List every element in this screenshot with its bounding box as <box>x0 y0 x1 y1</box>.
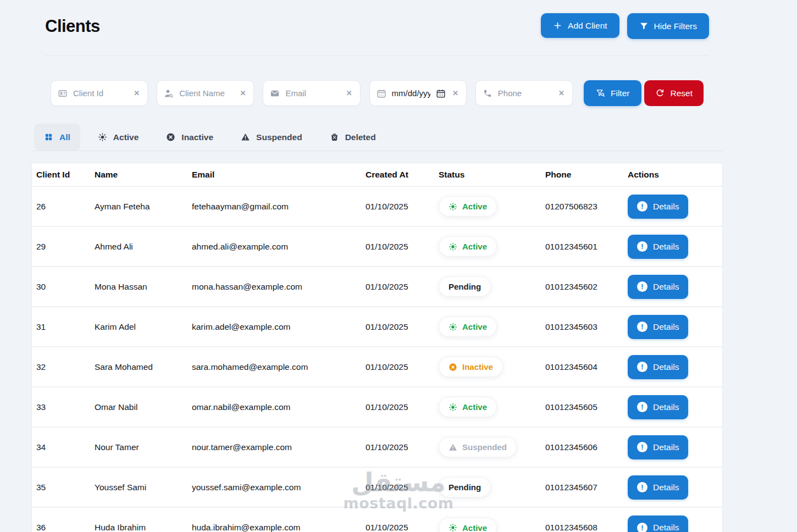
page-header: Clients Add Client Hide Filters <box>31 0 723 39</box>
details-button[interactable]: Details <box>628 395 688 419</box>
client-name-filter: ✕ <box>157 80 254 106</box>
details-button[interactable]: Details <box>628 355 688 379</box>
funnel-search-icon <box>596 88 605 98</box>
details-button[interactable]: Details <box>628 516 688 532</box>
details-button[interactable]: Details <box>628 275 688 299</box>
cell-phone: 01012345601 <box>541 226 623 267</box>
clear-email-button[interactable]: ✕ <box>345 88 353 98</box>
info-icon <box>637 241 647 252</box>
details-button[interactable]: Details <box>628 195 688 219</box>
tab-suspended[interactable]: Suspended <box>231 124 312 151</box>
info-icon <box>637 201 647 212</box>
col-name: Name <box>90 163 187 186</box>
status-badge: Active <box>439 317 497 337</box>
clients-page: Clients Add Client Hide Filters ✕ <box>31 0 723 532</box>
cell-actions: Details <box>623 267 722 307</box>
phone-input[interactable] <box>498 88 552 98</box>
cell-client-id: 35 <box>32 467 90 507</box>
clear-date-button[interactable]: ✕ <box>451 88 460 98</box>
status-tabs: All Active Inactive Suspended Deleted <box>31 124 723 151</box>
status-badge: Pending <box>439 477 491 497</box>
filters-bar: ✕ ✕ ✕ ✕ <box>31 56 723 106</box>
details-button[interactable]: Details <box>628 435 688 459</box>
details-button[interactable]: Details <box>628 475 688 500</box>
date-input[interactable] <box>392 88 430 98</box>
details-label: Details <box>653 282 679 292</box>
table-row: 35 Youssef Sami youssef.sami@example.com… <box>32 467 722 507</box>
cell-status: Active <box>434 307 541 347</box>
status-label: Active <box>462 523 487 532</box>
tab-all[interactable]: All <box>34 124 80 151</box>
sun-icon <box>449 403 457 412</box>
email-input[interactable] <box>285 88 339 98</box>
cell-phone: 01012345606 <box>541 427 623 467</box>
warning-icon <box>449 443 457 452</box>
status-label: Pending <box>449 282 481 291</box>
sun-icon <box>449 523 457 532</box>
cell-email: fetehaayman@gmail.com <box>187 186 361 226</box>
sun-icon <box>449 242 457 251</box>
cell-email: youssef.sami@example.com <box>187 467 361 507</box>
col-actions: Actions <box>623 163 722 186</box>
table-row: 33 Omar Nabil omar.nabil@example.com 01/… <box>32 387 722 427</box>
col-email: Email <box>187 163 361 186</box>
details-button[interactable]: Details <box>628 235 688 259</box>
cell-phone: 01207506823 <box>541 186 623 226</box>
status-badge: Active <box>439 196 497 217</box>
page-title: Clients <box>45 16 100 36</box>
cell-phone: 01012345605 <box>541 387 623 427</box>
reset-button[interactable]: Reset <box>644 80 704 106</box>
tab-active[interactable]: Active <box>88 124 149 151</box>
warning-icon <box>241 132 250 142</box>
info-icon <box>637 281 647 292</box>
tab-label: Deleted <box>345 132 376 142</box>
client-id-input[interactable] <box>73 88 127 98</box>
clear-phone-button[interactable]: ✕ <box>557 88 566 98</box>
status-label: Suspended <box>462 442 507 452</box>
cell-actions: Details <box>623 507 722 532</box>
phone-icon <box>483 88 492 98</box>
cell-name: Mona Hassan <box>90 267 187 307</box>
clear-client-id-button[interactable]: ✕ <box>132 88 141 98</box>
cell-name: Nour Tamer <box>90 427 187 467</box>
tab-inactive[interactable]: Inactive <box>156 124 223 151</box>
calendar-icon <box>377 88 386 98</box>
table-row: 36 Huda Ibrahim huda.ibrahim@example.com… <box>32 507 722 532</box>
status-badge: Pending <box>439 276 491 297</box>
funnel-icon <box>639 21 649 31</box>
cell-status: Active <box>434 507 541 532</box>
details-label: Details <box>653 442 679 452</box>
table-header: Client Id Name Email Created At Status P… <box>32 163 722 186</box>
hide-filters-button[interactable]: Hide Filters <box>627 13 709 39</box>
hide-filters-label: Hide Filters <box>654 21 697 31</box>
client-name-input[interactable] <box>179 88 233 98</box>
info-icon <box>637 523 647 532</box>
cell-actions: Details <box>623 427 722 467</box>
status-badge: Active <box>439 236 497 257</box>
tabs-divider <box>31 151 723 151</box>
tab-deleted[interactable]: Deleted <box>320 124 386 151</box>
cell-phone: 01012345608 <box>541 507 623 532</box>
cell-created-at: 01/10/2025 <box>361 507 434 532</box>
cell-created-at: 01/10/2025 <box>361 427 434 467</box>
details-label: Details <box>653 402 679 412</box>
table-row: 34 Nour Tamer nour.tamer@example.com 01/… <box>32 427 722 467</box>
info-icon <box>637 402 647 412</box>
tab-label: Suspended <box>256 132 302 142</box>
trash-icon <box>330 132 339 142</box>
cell-created-at: 01/10/2025 <box>361 307 434 347</box>
cell-name: Karim Adel <box>90 307 187 347</box>
calendar-picker-icon[interactable] <box>436 88 446 98</box>
cell-client-id: 33 <box>32 387 90 427</box>
clients-table-card: Client Id Name Email Created At Status P… <box>31 163 723 532</box>
details-button[interactable]: Details <box>628 315 688 339</box>
cell-status: Active <box>434 226 541 267</box>
clear-client-name-button[interactable]: ✕ <box>239 88 247 98</box>
cell-status: Pending <box>434 467 541 507</box>
add-client-button[interactable]: Add Client <box>541 13 619 38</box>
filter-button[interactable]: Filter <box>584 80 641 106</box>
reset-icon <box>655 88 665 98</box>
cell-phone: 01012345603 <box>541 307 623 347</box>
cell-actions: Details <box>623 307 722 347</box>
cell-name: Youssef Sami <box>90 467 187 507</box>
